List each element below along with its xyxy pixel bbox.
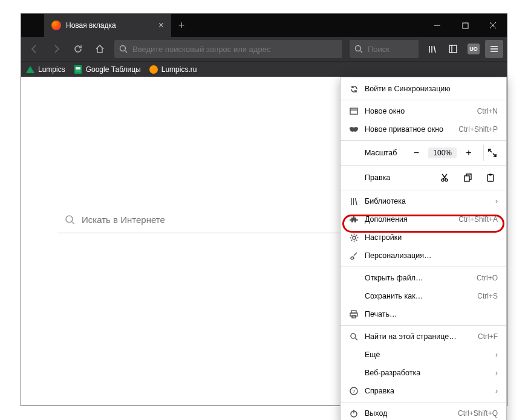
svg-line-10 — [434, 46, 436, 53]
print-icon — [349, 309, 359, 319]
menu-save-as[interactable]: Сохранить как… Ctrl+S — [341, 287, 506, 305]
menu-print[interactable]: Печать… — [341, 305, 506, 323]
power-icon — [349, 409, 359, 418]
newtab-search[interactable] — [57, 207, 342, 233]
menu-label: Ещё — [365, 351, 489, 359]
paste-button[interactable] — [481, 170, 500, 186]
menu-open-file[interactable]: Открыть файл… Ctrl+O — [341, 269, 506, 287]
sheets-icon — [74, 65, 82, 74]
menu-library[interactable]: Библиотека › — [341, 192, 506, 210]
bookmark-label: Google Таблицы — [86, 65, 141, 74]
menu-edit: Правка — [341, 167, 506, 188]
brush-icon — [349, 251, 359, 260]
search-bar[interactable] — [350, 40, 419, 58]
menu-label: Веб-разработка — [365, 369, 489, 377]
svg-line-29 — [356, 198, 357, 205]
browser-window: Новая вкладка × + UO Lum — [21, 13, 507, 406]
svg-point-30 — [353, 236, 356, 239]
bookmark-lumpics-ru[interactable]: Lumpics.ru — [149, 65, 197, 74]
search-icon — [354, 45, 363, 53]
home-button[interactable] — [90, 39, 109, 59]
svg-rect-26 — [489, 174, 492, 176]
search-input[interactable] — [368, 45, 414, 54]
menu-label: Открыть файл… — [365, 274, 471, 282]
menu-label: Настройки — [365, 233, 498, 242]
cut-button[interactable] — [435, 170, 454, 186]
bookmark-lumpics[interactable]: Lumpics — [26, 65, 65, 74]
svg-rect-11 — [449, 45, 457, 53]
tab-title: Новая вкладка — [66, 21, 154, 30]
url-bar[interactable] — [114, 40, 342, 58]
close-icon[interactable]: × — [158, 20, 164, 31]
svg-line-35 — [351, 234, 352, 236]
menu-shortcut: Ctrl+F — [478, 332, 498, 341]
separator — [341, 325, 506, 326]
menu-zoom: Масштаб − 100% + — [341, 143, 506, 163]
svg-text:?: ? — [353, 389, 356, 394]
library-button[interactable] — [423, 40, 442, 58]
bookmarks-bar: Lumpics Google Таблицы Lumpics.ru — [21, 61, 507, 77]
menu-label: Персонализация… — [365, 251, 498, 260]
menu-exit[interactable]: Выход Ctrl+Shift+Q — [341, 404, 506, 420]
menu-addons[interactable]: Дополнения Ctrl+Shift+A — [341, 210, 506, 228]
forward-button[interactable] — [47, 39, 66, 59]
search-icon — [349, 332, 359, 341]
reload-button[interactable] — [68, 39, 88, 59]
fullscreen-button[interactable] — [483, 145, 500, 161]
drive-icon — [26, 65, 34, 74]
bookmark-google-sheets[interactable]: Google Таблицы — [74, 65, 141, 74]
menu-new-window[interactable]: Новое окно Ctrl+N — [341, 102, 506, 120]
close-button[interactable] — [479, 14, 507, 37]
svg-line-17 — [72, 222, 74, 224]
svg-point-20 — [442, 179, 444, 181]
sync-icon — [349, 84, 359, 94]
menu-shortcut: Ctrl+Shift+A — [458, 215, 498, 224]
menu-label: Дополнения — [365, 215, 452, 224]
menu-more[interactable]: Ещё › — [341, 346, 506, 364]
separator — [341, 100, 506, 100]
sidebar-button[interactable] — [444, 40, 462, 58]
menu-find[interactable]: Найти на этой странице… Ctrl+F — [341, 328, 506, 346]
menu-shortcut: Ctrl+S — [477, 292, 498, 300]
titlebar: Новая вкладка × + — [21, 14, 507, 37]
svg-line-5 — [125, 51, 127, 53]
url-input[interactable] — [132, 45, 337, 54]
tab-active[interactable]: Новая вкладка × — [44, 14, 171, 37]
chevron-right-icon: › — [495, 351, 498, 359]
menu-label: Сохранить как… — [365, 292, 471, 300]
menu-label: Войти в Синхронизацию — [365, 85, 498, 93]
lumpics-icon — [149, 65, 158, 74]
menu-help[interactable]: ? Справка › — [341, 382, 506, 400]
menu-new-private[interactable]: Новое приватное окно Ctrl+Shift+P — [341, 120, 506, 138]
chevron-right-icon: › — [495, 369, 498, 377]
menu-personalize[interactable]: Персонализация… — [341, 247, 506, 265]
menu-shortcut: Ctrl+Shift+Q — [458, 409, 498, 418]
back-button[interactable] — [25, 39, 44, 59]
app-menu-button[interactable] — [485, 40, 503, 58]
menu-sync[interactable]: Войти в Синхронизацию — [341, 80, 506, 98]
menu-label: Новое окно — [365, 107, 471, 115]
mask-icon — [349, 124, 359, 134]
menu-label: Печать… — [365, 310, 498, 318]
menu-shortcut: Ctrl+N — [477, 107, 498, 115]
zoom-percent[interactable]: 100% — [428, 147, 457, 158]
new-tab-button[interactable]: + — [171, 14, 192, 37]
svg-rect-18 — [350, 108, 357, 114]
menu-webdev[interactable]: Веб-разработка › — [341, 364, 506, 382]
maximize-button[interactable] — [451, 14, 479, 37]
copy-button[interactable] — [458, 170, 477, 186]
menu-label: Найти на этой странице… — [365, 332, 472, 341]
search-icon — [65, 215, 76, 225]
zoom-out-button[interactable]: − — [408, 145, 425, 161]
ublock-button[interactable]: UO — [464, 40, 483, 58]
window-controls — [423, 14, 507, 37]
gear-icon — [349, 233, 359, 242]
firefox-icon — [51, 21, 61, 30]
zoom-in-button[interactable]: + — [460, 145, 477, 161]
chevron-right-icon: › — [495, 387, 498, 395]
newtab-search-input[interactable] — [82, 215, 334, 225]
bookmark-label: Lumpics — [38, 65, 65, 74]
minimize-button[interactable] — [423, 14, 451, 37]
menu-label: Новое приватное окно — [365, 125, 452, 134]
menu-settings[interactable]: Настройки — [341, 228, 506, 247]
